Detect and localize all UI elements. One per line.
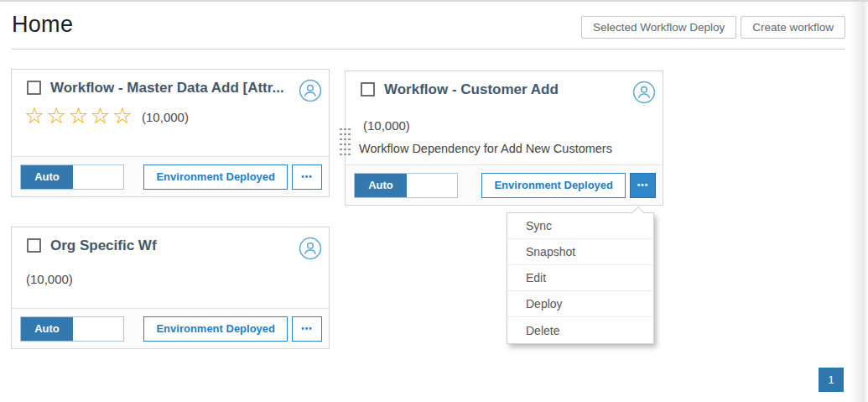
workflow-checkbox[interactable]: [27, 81, 41, 95]
card-footer: Auto Environment Deployed •••: [346, 164, 663, 205]
workflow-checkbox[interactable]: [27, 238, 41, 253]
auto-toggle[interactable]: Auto: [20, 164, 124, 190]
more-options-button-active[interactable]: •••: [630, 173, 656, 198]
rating-row: ☆☆☆☆☆ (10,000): [12, 104, 329, 128]
auto-toggle-off-segment: [73, 317, 123, 341]
workflow-title: Workflow - Master Data Add [Attr...: [50, 80, 295, 97]
drag-handle-icon[interactable]: [339, 127, 351, 155]
workflow-title: Workflow - Customer Add: [384, 81, 629, 98]
auto-toggle-label: Auto: [21, 165, 73, 189]
card-header: Workflow - Master Data Add [Attr...: [12, 70, 329, 102]
rating-count: (10,000): [142, 110, 189, 124]
auto-toggle-off-segment: [407, 174, 457, 197]
workflow-card-customer-add: Workflow - Customer Add (10,000) Workflo…: [345, 70, 663, 206]
pagination-page-1[interactable]: 1: [819, 368, 844, 392]
card-header: Workflow - Customer Add: [346, 71, 663, 104]
menu-item-snapshot[interactable]: Snapshot: [507, 239, 653, 265]
menu-item-sync[interactable]: Sync: [507, 213, 653, 239]
menu-item-edit[interactable]: Edit: [507, 265, 653, 291]
auto-toggle[interactable]: Auto: [354, 173, 458, 198]
user-avatar-icon: [299, 79, 322, 102]
environment-deployed-button[interactable]: Environment Deployed: [143, 316, 288, 342]
auto-toggle-off-segment: [73, 165, 123, 189]
card-footer: Auto Environment Deployed •••: [12, 308, 329, 348]
rating-stars-icon[interactable]: ☆☆☆☆☆: [24, 104, 134, 128]
menu-item-deploy[interactable]: Deploy: [507, 291, 653, 317]
workflow-description: Workflow Dependency for Add New Customer…: [346, 142, 663, 155]
rating-count: (10,000): [12, 272, 329, 286]
auto-toggle-label: Auto: [21, 317, 73, 341]
workflow-title: Org Specific Wf: [50, 238, 295, 254]
more-options-button[interactable]: •••: [292, 164, 322, 190]
home-page: Home Selected Workflow Deploy Create wor…: [0, 0, 868, 402]
header-divider: [12, 49, 845, 50]
environment-deployed-button[interactable]: Environment Deployed: [143, 164, 288, 190]
workflow-card-org-specific: Org Specific Wf (10,000) Auto Environmen…: [11, 227, 330, 349]
right-edge-shadow: [850, 2, 868, 402]
card-header: Org Specific Wf: [12, 227, 329, 260]
card-footer: Auto Environment Deployed •••: [12, 156, 329, 196]
rating-count: (10,000): [346, 118, 663, 133]
create-workflow-button[interactable]: Create workflow: [741, 16, 845, 39]
menu-item-delete[interactable]: Delete: [507, 317, 653, 343]
page-title: Home: [12, 12, 73, 38]
more-options-button[interactable]: •••: [292, 316, 322, 342]
more-options-menu: Sync Snapshot Edit Deploy Delete: [507, 212, 654, 344]
user-avatar-icon: [632, 81, 656, 104]
workflow-checkbox[interactable]: [361, 82, 375, 97]
auto-toggle[interactable]: Auto: [20, 316, 124, 342]
auto-toggle-label: Auto: [355, 174, 407, 197]
header-actions: Selected Workflow Deploy Create workflow: [581, 16, 845, 39]
workflow-card-master-data-add: Workflow - Master Data Add [Attr... ☆☆☆☆…: [11, 69, 330, 197]
user-avatar-icon: [299, 237, 322, 260]
selected-workflow-deploy-button[interactable]: Selected Workflow Deploy: [581, 16, 736, 39]
environment-deployed-button[interactable]: Environment Deployed: [481, 173, 626, 198]
